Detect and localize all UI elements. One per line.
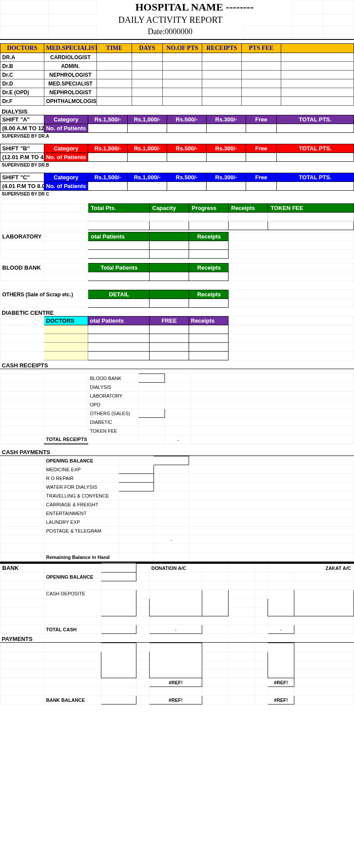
bank-table: BANK DONATION A/C ZAKAT A/C OPENING BALA…	[0, 563, 354, 634]
col-progress: Progress	[189, 204, 229, 213]
col-totalpts: Total Pts.	[88, 204, 150, 213]
shift-c-label: SHIFT "C"	[0, 173, 44, 182]
col-time: TIME	[97, 44, 132, 53]
report-title: DAILY ACTIVITY REPORT	[49, 14, 293, 26]
col-total: TOTAL PTS.	[277, 115, 354, 124]
shift-b-time: (12.01 P.M TO 4.00	[0, 153, 44, 162]
total-receipts: TOTAL RECEIPTS	[44, 435, 88, 444]
ref-error: #REF!	[150, 696, 202, 704]
shift-a-supervised: SUPERVISED BY DR.A	[0, 133, 354, 139]
bb-total-patients: Total Patients	[88, 263, 150, 272]
cr-item: OPD	[88, 400, 139, 409]
table-row: Dr.FOPHTHALMOLOGIST	[0, 97, 354, 106]
zakat-ac: ZAKAT A/C	[268, 563, 354, 573]
col-capacity: Capacity	[150, 204, 189, 213]
cr-item: TOKEN FEE	[88, 427, 139, 435]
cp-item: R O REPAIR	[44, 474, 119, 483]
cash-receipts-title: CASH RECEIPTS	[0, 362, 354, 369]
shift-a-time: (8.00 A.M TO 12.00	[0, 124, 44, 133]
bank-payments-table: #REF!#REF! BANK BALANCE #REF! #REF!	[0, 643, 354, 704]
opening-balance: OPENING BALANCE	[44, 456, 119, 465]
table-row: Dr.E (OPD)NEPHROLOGIST	[0, 88, 354, 97]
col-tokenfee: TOKEN FEE	[268, 204, 354, 213]
bloodbank-label: BLOOD BANK	[0, 263, 44, 272]
cp-item: ENTERTAINMENT	[44, 509, 119, 518]
summary-table: Total Pts. Capacity Progress Receipts TO…	[0, 203, 354, 230]
shift-c-supervised: SUPERVISED BY DR C	[0, 191, 354, 197]
cp-item: LAUNDRY EXP	[44, 518, 119, 526]
doctors-table: DOCTORS MED.SPECIALIST TIME DAYS NO.OF P…	[0, 43, 354, 106]
bb-receipts: Receipts	[189, 263, 229, 272]
cash-payments-title: CASH PAYMENTS	[0, 449, 354, 456]
bank-opening: OPENING BALANCE	[44, 573, 101, 581]
col-1500: Rs.1,500/-	[88, 115, 128, 124]
header-table: HOSPITAL NAME -------- DAILY ACTIVITY RE…	[0, 0, 354, 37]
doctors-header-row: DOCTORS MED.SPECIALIST TIME DAYS NO.OF P…	[0, 44, 354, 53]
ref-error: #REF!	[268, 678, 294, 687]
cp-dash: -	[154, 535, 189, 544]
col-specialist: MED.SPECIALIST	[44, 44, 97, 53]
table-row: Dr.DMED.SPECIALIST	[0, 79, 354, 88]
others-receipts: Receipts	[189, 290, 229, 299]
shift-b-table: SHIFT "B" Category Rs.1,500/- Rs.1,000/-…	[0, 144, 354, 162]
others-label: OTHERS (Sale of Scrap etc.)	[0, 290, 88, 299]
table-row: DR.ACARDIOLOGIST	[0, 53, 354, 62]
shift-b-label: SHIFT "B"	[0, 144, 44, 153]
cp-item: TRAVELLING & CONYENCE	[44, 491, 119, 500]
ref-error: #REF!	[268, 696, 294, 704]
col-receipts: Receipts	[229, 204, 268, 213]
shift-c-table: SHIFT "C" Category Rs.1,500/- Rs.1,000/-…	[0, 173, 354, 191]
cr-item: OTHERS (SALES)	[88, 409, 139, 418]
col-500: Rs.500/-	[167, 115, 207, 124]
col-days: DAYS	[132, 44, 163, 53]
shift-b-supervised: SUPERVISED BY DR.B	[0, 162, 354, 168]
diabetic-table: DOCTORS otal Patients FREE Receipts	[0, 316, 354, 360]
diabetic-doctors: DOCTORS	[44, 317, 88, 325]
divider	[0, 39, 354, 40]
cash-payments-table: OPENING BALANCE MEDICINE EXP R O REPAIR …	[0, 456, 354, 562]
laboratory-table: LABORATORY otal Patients Receipts	[0, 232, 354, 259]
shift-c-time: (4.01 P.M TO 8.00	[0, 182, 44, 191]
col-free: Free	[246, 115, 277, 124]
col-300: Rs.300/-	[207, 115, 246, 124]
col-category: Category	[44, 115, 88, 124]
cp-item: CARRIAGE & FREIGHT	[44, 500, 119, 509]
diabetic-free: FREE	[150, 317, 189, 325]
remaining-balance: Remaining Balance in Hand	[44, 553, 119, 562]
cp-item: WATER FOR DIALYSIS	[44, 483, 119, 491]
table-row: Dr.CNEPHROLOGIST	[0, 71, 354, 79]
cr-dash: -	[165, 435, 191, 444]
cash-deposite: CASH DEPOSITE	[44, 590, 101, 616]
col-fee: PTS FEE	[242, 44, 281, 53]
col-receipts: RECEIPTS	[202, 44, 242, 53]
cr-item: LABORATORY	[88, 391, 139, 400]
donation-ac: DONATION A/C	[150, 563, 202, 573]
bank-label: BANK	[0, 563, 44, 573]
row-nopatients: No. of Patients	[44, 124, 88, 133]
others-table: OTHERS (Sale of Scrap etc.) DETAIL Recei…	[0, 290, 354, 308]
cr-item: BLOOD BANK	[88, 374, 139, 383]
dialysis-title: DIALYSIS	[0, 108, 354, 115]
lab-total-patients: otal Patients	[88, 232, 150, 241]
diabetic-total-patients: otal Patients	[88, 317, 150, 325]
bank-dash: -	[150, 625, 202, 634]
diabetic-title: DIABETIC CENTRE	[0, 309, 354, 316]
col-1000: Rs.1,000/-	[128, 115, 167, 124]
bank-balance: BANK BALANCE	[44, 696, 101, 704]
others-detail: DETAIL	[88, 290, 150, 299]
cr-item: DIABETIC	[88, 418, 139, 427]
ref-error: #REF!	[150, 678, 202, 687]
cr-item: DIALYSIS	[88, 383, 139, 391]
laboratory-label: LABORATORY	[0, 232, 44, 241]
hospital-name: HOSPITAL NAME --------	[97, 0, 293, 14]
shift-a-table: SHIFT "A" Category Rs.1,500/- Rs.1,000/-…	[0, 115, 354, 133]
report-date: Date:0000000	[97, 26, 244, 37]
cp-item: MEDICINE EXP	[44, 465, 119, 474]
bloodbank-table: BLOOD BANK Total Patients Receipts	[0, 263, 354, 281]
table-row: Dr.BADMIN.	[0, 62, 354, 71]
diabetic-receipts: Receipts	[189, 317, 229, 325]
shift-a-label: SHIFT "A"	[0, 115, 44, 124]
col-doctors: DOCTORS	[0, 44, 44, 53]
total-cash: TOTAL CASH	[44, 625, 101, 634]
lab-receipts: Receipts	[189, 232, 229, 241]
